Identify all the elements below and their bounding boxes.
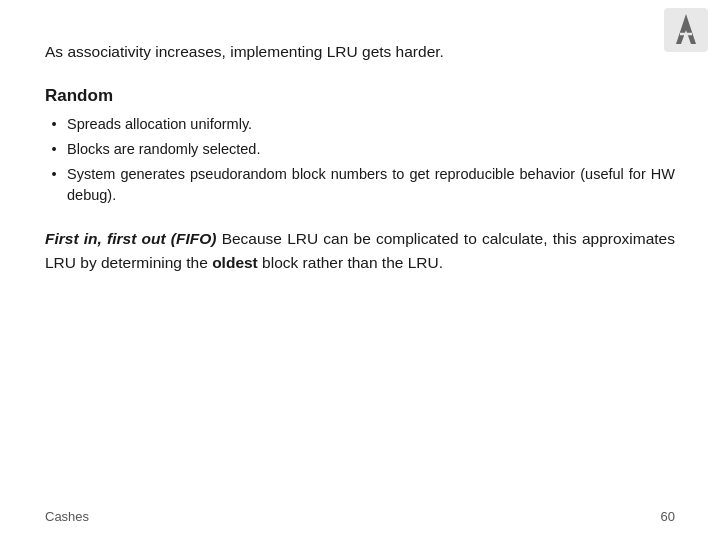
oldest-text: oldest [212,254,258,271]
page-number: 60 [661,509,675,524]
bullet-text-3: System generates pseudorandom block numb… [67,164,675,208]
bullet-dot: • [45,164,63,186]
list-item: • System generates pseudorandom block nu… [45,164,675,208]
slide-container: As associativity increases, implementing… [0,0,720,540]
fifo-suffix: block rather than the LRU. [258,254,443,271]
bullet-list: • Spreads allocation uniformly. • Blocks… [45,114,675,207]
intro-paragraph: As associativity increases, implementing… [45,40,675,64]
fifo-parens: (FIFO) [166,230,217,247]
first-in-text: First in, [45,230,102,247]
logo-icon [664,8,708,52]
logo-area [664,8,708,52]
bullet-dot: • [45,139,63,161]
fifo-paragraph: First in, first out (FIFO) Because LRU c… [45,227,675,275]
out-text: out [136,230,165,247]
random-heading: Random [45,86,675,106]
footer: Cashes 60 [45,509,675,524]
footer-label: Cashes [45,509,89,524]
bullet-text-1: Spreads allocation uniformly. [67,114,252,136]
bullet-dot: • [45,114,63,136]
list-item: • Blocks are randomly selected. [45,139,675,161]
bullet-text-2: Blocks are randomly selected. [67,139,260,161]
first-out-prefix: first [102,230,136,247]
list-item: • Spreads allocation uniformly. [45,114,675,136]
